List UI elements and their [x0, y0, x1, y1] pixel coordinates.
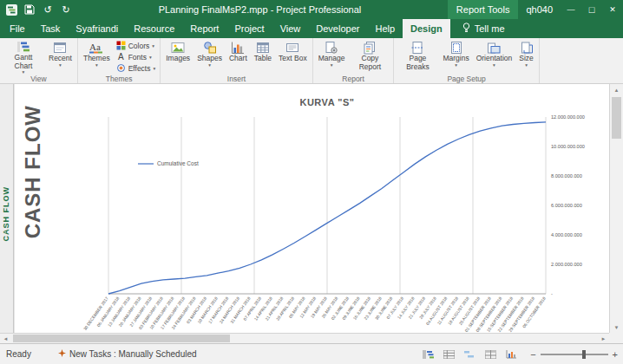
chevron-down-icon: ▾ [59, 63, 62, 68]
ribbon: Gantt Chart ▾ Recent ▾ View Aa [0, 38, 623, 84]
redo-icon[interactable]: ↻ [60, 3, 72, 16]
legend-label: Cumulative Cost [157, 160, 199, 166]
vertical-scroll-thumb[interactable] [612, 97, 621, 139]
vertical-scrollbar[interactable]: ▲ ▼ [609, 84, 623, 333]
zoom-in-icon[interactable]: + [613, 349, 618, 360]
colors-button[interactable]: Colors ▾ [115, 41, 158, 51]
manage-gear-icon [325, 40, 338, 55]
cash-flow-chart[interactable]: KURVA "S" Cumulative Cost -2.000.000.000… [55, 91, 610, 337]
effects-icon [116, 63, 126, 75]
chevron-down-icon: ▾ [493, 63, 495, 68]
tab-view[interactable]: View [272, 19, 309, 38]
y-axis-labels: -2.000.000.0004.000.000.0006.000.000.000… [551, 114, 585, 296]
svg-text:12.000.000.000: 12.000.000.000 [551, 114, 585, 120]
copy-report-icon [363, 40, 377, 55]
text-box-icon [285, 40, 299, 55]
project-professional-window: ↺ ↻ PLanning FinalMsP2.mpp - Project Pro… [0, 0, 623, 364]
tab-design[interactable]: Design [403, 19, 450, 38]
horizontal-scroll-thumb[interactable] [13, 335, 230, 342]
account-name[interactable]: qh040 [526, 4, 553, 15]
group-label-page-setup: Page Setup [397, 74, 535, 83]
themes-icon: Aa [88, 40, 105, 55]
title-bar: ↺ ↻ PLanning FinalMsP2.mpp - Project Pro… [0, 0, 623, 19]
scroll-right-icon[interactable]: ► [598, 336, 609, 341]
chart-button[interactable]: Chart [226, 39, 250, 74]
view-team-planner-icon[interactable] [461, 347, 479, 362]
shapes-icon [203, 40, 217, 55]
svg-text:Aa: Aa [89, 42, 101, 52]
chevron-down-icon: ▾ [525, 63, 528, 68]
manage-button[interactable]: Manage ▾ [316, 39, 348, 74]
ribbon-tab-row: FileTaskSyafriandiResourceReportProjectV… [0, 19, 623, 38]
svg-text:2.000.000.000: 2.000.000.000 [551, 262, 582, 267]
margins-icon [449, 40, 463, 55]
lightbulb-icon [462, 23, 470, 35]
scroll-down-icon[interactable]: ▼ [610, 322, 623, 333]
view-task-usage-icon[interactable] [440, 347, 458, 362]
window-title: PLanning FinalMsP2.mpp - Project Profess… [72, 4, 448, 15]
view-gantt-icon[interactable] [419, 347, 437, 362]
text-box-button[interactable]: Text Box [276, 39, 310, 74]
recent-icon [53, 40, 67, 55]
margins-button[interactable]: Margins ▾ [440, 39, 471, 74]
tab-report[interactable]: Report [182, 19, 226, 38]
contextual-tab-group-report-tools[interactable]: Report Tools [448, 0, 519, 19]
tab-project[interactable]: Project [226, 19, 272, 38]
ribbon-group-insert: Images Shapes ▾ Chart [161, 38, 312, 83]
page-breaks-icon [410, 40, 424, 55]
tab-developer[interactable]: Developer [308, 19, 367, 38]
tell-me-button[interactable]: Tell me [456, 19, 512, 38]
tab-task[interactable]: Task [33, 19, 69, 38]
group-label-insert: Insert [163, 74, 309, 83]
chart-legend[interactable]: Cumulative Cost [138, 160, 199, 166]
chevron-down-icon: ▾ [153, 67, 155, 71]
save-icon[interactable] [23, 3, 36, 16]
view-report-icon[interactable] [502, 347, 521, 362]
table-icon [256, 40, 270, 55]
status-bar-right: − + [419, 347, 623, 362]
ribbon-group-view: Gantt Chart ▾ Recent ▾ View [0, 38, 78, 83]
close-button[interactable]: ✕ [602, 0, 623, 19]
group-label-view: View [3, 74, 75, 83]
recent-button[interactable]: Recent ▾ [46, 39, 75, 74]
scroll-left-icon[interactable]: ◄ [0, 336, 11, 341]
restore-button[interactable]: □ [581, 0, 602, 19]
tab-file[interactable]: File [2, 19, 33, 38]
colors-icon [116, 41, 126, 52]
gantt-chart-button[interactable]: Gantt Chart ▾ [3, 39, 44, 74]
scroll-up-icon[interactable]: ▲ [610, 84, 623, 95]
copy-report-button[interactable]: Copy Report [349, 39, 390, 74]
themes-button[interactable]: Aa Themes ▾ [81, 39, 113, 74]
fonts-button[interactable]: A Fonts ▾ [115, 52, 158, 62]
svg-text:8.000.000.000: 8.000.000.000 [551, 173, 582, 179]
view-resource-sheet-icon[interactable] [482, 347, 500, 362]
size-button[interactable]: Size ▾ [516, 39, 536, 74]
status-ready: Ready [0, 349, 58, 359]
report-page[interactable]: CASH FLOW KURVA "S" Cumulative Cost -2.0… [15, 84, 609, 343]
window-controls: — □ ✕ [561, 0, 623, 19]
zoom-slider-thumb[interactable] [582, 350, 586, 359]
report-title-vertical: CASH FLOW [21, 105, 45, 238]
orientation-button[interactable]: Orientation ▾ [474, 39, 515, 74]
shapes-button[interactable]: Shapes ▾ [194, 39, 225, 74]
effects-button[interactable]: Effects ▾ [115, 63, 158, 74]
tab-resource[interactable]: Resource [126, 19, 182, 38]
chart-gridlines [108, 117, 546, 294]
chevron-down-icon: ▾ [331, 63, 333, 68]
zoom-out-icon[interactable]: − [530, 349, 535, 360]
quick-access-toolbar: ↺ ↻ [0, 3, 72, 16]
tab-help[interactable]: Help [367, 19, 403, 38]
undo-icon[interactable]: ↺ [42, 3, 54, 16]
new-tasks-mode[interactable]: New Tasks : Manually Scheduled [58, 349, 197, 359]
gantt-chart-icon [16, 40, 30, 54]
tab-syafriandi[interactable]: Syafriandi [68, 19, 126, 38]
zoom-slider[interactable] [541, 354, 608, 355]
zoom-control: − + [530, 349, 618, 360]
images-button[interactable]: Images [163, 39, 193, 74]
svg-text:6.000.000.000: 6.000.000.000 [551, 203, 582, 208]
horizontal-scrollbar[interactable]: ◄ ► [0, 333, 609, 343]
minimize-button[interactable]: — [561, 0, 581, 19]
table-button[interactable]: Table [252, 39, 274, 74]
svg-text:-: - [551, 291, 553, 296]
page-breaks-button[interactable]: Page Breaks [397, 39, 438, 74]
